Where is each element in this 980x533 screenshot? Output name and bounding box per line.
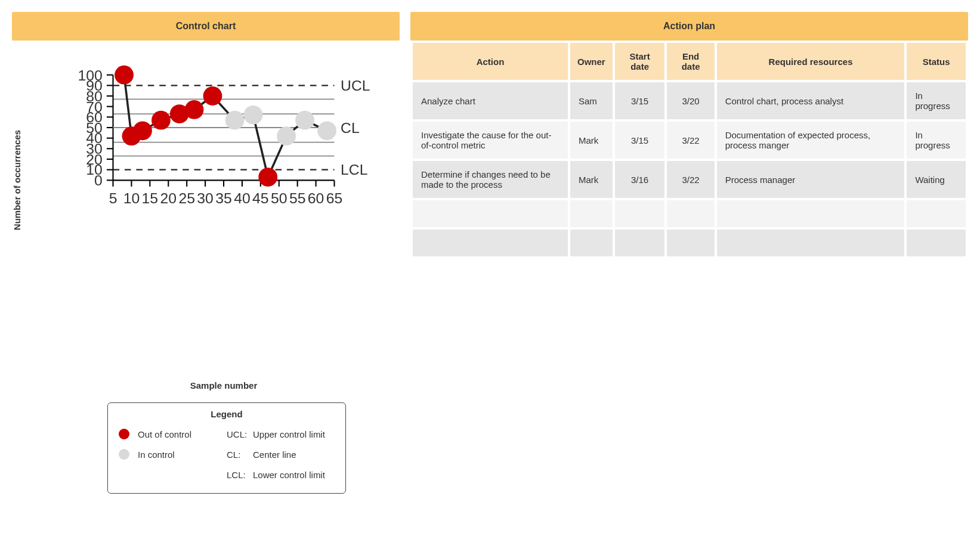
svg-point-84: [317, 121, 336, 140]
cell-end: [667, 230, 714, 256]
table-row: [413, 200, 966, 227]
cell-status: Waiting: [907, 161, 966, 198]
cell-res: Documentation of expected process, proce…: [717, 122, 905, 159]
cell-end: 3/22: [667, 161, 714, 198]
svg-point-74: [133, 121, 152, 140]
cell-start: [615, 200, 665, 227]
cell-owner: Mark: [570, 122, 613, 159]
svg-text:40: 40: [234, 190, 251, 206]
svg-text:20: 20: [160, 190, 177, 206]
svg-text:65: 65: [326, 190, 342, 206]
svg-text:35: 35: [215, 190, 232, 206]
control-chart-svg: 0102030405060708090100510152025303540455…: [66, 64, 382, 222]
table-row: Determine if changes need to be made to …: [413, 161, 966, 198]
col-end: End date: [667, 43, 714, 80]
col-start: Start date: [615, 43, 665, 80]
legend-item-out: Out of control: [119, 424, 227, 444]
svg-point-72: [115, 66, 134, 85]
cell-action: Determine if changes need to be made to …: [413, 161, 568, 198]
table-header-row: Action Owner Start date End date Require…: [413, 43, 966, 80]
cell-res: [717, 230, 905, 256]
table-row: Investigate the cause for the out-of-con…: [413, 122, 966, 159]
cell-end: 3/20: [667, 82, 714, 119]
control-chart: Number of occurrences 010203040506070809…: [12, 47, 400, 380]
cell-start: 3/16: [615, 161, 665, 198]
x-axis-label: Sample number: [48, 380, 400, 391]
svg-point-81: [258, 168, 277, 187]
col-owner: Owner: [570, 43, 613, 80]
svg-point-78: [203, 86, 222, 106]
action-plan-title: Action plan: [410, 12, 968, 41]
svg-text:CL: CL: [341, 120, 360, 136]
cell-action: Investigate the cause for the out-of-con…: [413, 122, 568, 159]
cell-res: Process manager: [717, 161, 905, 198]
svg-text:50: 50: [271, 190, 287, 206]
table-row: [413, 230, 966, 256]
legend-dot-in-icon: [119, 449, 129, 460]
cell-end: [667, 200, 714, 227]
svg-point-77: [185, 100, 204, 119]
legend-item-lcl: LCL: Lower control limit: [227, 464, 335, 485]
svg-point-83: [295, 111, 314, 130]
cell-status: In progress: [907, 122, 966, 159]
cell-action: Analyze chart: [413, 82, 568, 119]
svg-text:15: 15: [142, 190, 159, 206]
cell-owner: Sam: [570, 82, 613, 119]
action-plan-panel: Action plan Action Owner Start date End …: [410, 12, 968, 259]
svg-text:45: 45: [252, 190, 269, 206]
legend: Legend Out of control In control UCL:: [107, 402, 346, 494]
svg-point-75: [152, 111, 171, 130]
cell-res: [717, 200, 905, 227]
svg-text:UCL: UCL: [341, 78, 370, 94]
svg-text:100: 100: [78, 67, 103, 83]
col-status: Status: [907, 43, 966, 80]
cell-start: [615, 230, 665, 256]
legend-in-label: In control: [138, 450, 175, 460]
svg-text:LCL: LCL: [341, 162, 367, 178]
svg-point-82: [277, 126, 296, 145]
legend-dot-out-icon: [119, 429, 129, 439]
svg-point-79: [225, 111, 245, 130]
control-chart-title: Control chart: [12, 12, 400, 41]
cell-owner: [570, 200, 613, 227]
legend-title: Legend: [119, 409, 335, 419]
legend-item-in: In control: [119, 444, 227, 464]
legend-item-ucl: UCL: Upper control limit: [227, 424, 335, 444]
control-chart-panel: Control chart Number of occurrences 0102…: [12, 12, 400, 494]
cell-action: [413, 200, 568, 227]
col-action: Action: [413, 43, 568, 80]
cell-start: 3/15: [615, 82, 665, 119]
y-axis-label: Number of occurrences: [12, 130, 22, 230]
cell-owner: [570, 230, 613, 256]
cell-status: [907, 200, 966, 227]
page-root: Control chart Number of occurrences 0102…: [12, 12, 968, 494]
svg-text:55: 55: [289, 190, 306, 206]
table-row: Analyze chartSam3/153/20Control chart, p…: [413, 82, 966, 119]
cell-end: 3/22: [667, 122, 714, 159]
svg-text:25: 25: [178, 190, 195, 206]
legend-out-label: Out of control: [138, 429, 191, 439]
cell-action: [413, 230, 568, 256]
cell-status: [907, 230, 966, 256]
svg-point-80: [244, 106, 263, 125]
cell-res: Control chart, process analyst: [717, 82, 905, 119]
cell-owner: Mark: [570, 161, 613, 198]
svg-text:5: 5: [109, 190, 118, 206]
svg-text:30: 30: [197, 190, 214, 206]
cell-status: In progress: [907, 82, 966, 119]
svg-line-68: [253, 115, 268, 177]
col-res: Required resources: [717, 43, 905, 80]
action-plan-table: Action Owner Start date End date Require…: [410, 41, 968, 259]
legend-item-cl: CL: Center line: [227, 444, 335, 464]
svg-text:10: 10: [123, 190, 140, 206]
cell-start: 3/15: [615, 122, 665, 159]
svg-text:60: 60: [308, 190, 324, 206]
